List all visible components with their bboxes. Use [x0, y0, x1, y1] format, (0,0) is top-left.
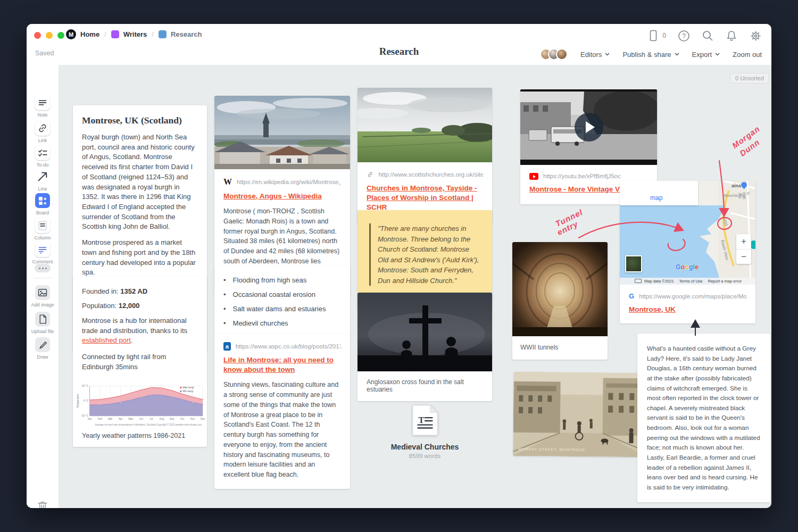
established-port-link[interactable]: established port: [82, 336, 131, 344]
close-window-button[interactable]: [34, 32, 41, 39]
note-paragraph: Montrose prospered as a market town and …: [82, 238, 198, 278]
unsorted-badge[interactable]: 0 Unsorted: [730, 73, 769, 84]
map-place-label: ains: [732, 184, 741, 188]
document-card[interactable]: T Medieval Churches 8599 words: [358, 404, 492, 459]
link-card-churches[interactable]: http://www.scottishchurches.org.uk/sites…: [358, 88, 492, 223]
todo-list-card[interactable]: Flooding from high seas Occasional coast…: [214, 266, 350, 337]
maximize-window-button[interactable]: [57, 32, 64, 39]
svg-text:5 °C: 5 °C: [83, 400, 88, 402]
satellite-view-thumbnail[interactable]: [625, 255, 642, 272]
tool-column[interactable]: Column: [27, 218, 59, 240]
publish-share-label: Publish & share: [622, 51, 671, 59]
svg-text:Dec: Dec: [201, 418, 205, 420]
map-data-label: Map data ©2021: [644, 279, 674, 284]
google-favicon: G: [629, 292, 634, 300]
link-url: https://en.wikipedia.org/wiki/Montrose,_…: [237, 179, 341, 185]
view-larger-map-link[interactable]: map: [650, 195, 662, 201]
draw-pencil-icon: [37, 339, 48, 351]
note-card-facts[interactable]: Founded in: 1352 AD Population: 12,000 M…: [73, 277, 207, 447]
churches-link[interactable]: Churches in Montrose, Tayside - Places o…: [367, 184, 483, 213]
editor-avatars[interactable]: [540, 48, 568, 60]
breadcrumb: M Home / Writers / Research: [66, 29, 202, 39]
svg-text:Apr: Apr: [119, 418, 123, 420]
board-canvas[interactable]: 0 Unsorted Montrose, UK (Scotland) Royal…: [59, 65, 771, 508]
list-item: Medievil churches: [223, 319, 341, 327]
svg-text:Feb: Feb: [98, 418, 103, 420]
terms-of-use-link[interactable]: Terms of Use: [679, 279, 703, 284]
report-map-error-link[interactable]: Report a map error: [708, 279, 742, 284]
link-description: Stunning views, fascinating culture and …: [223, 380, 341, 480]
link-icon: [37, 122, 48, 134]
map-card[interactable]: A935 Basin View N Esk Rd Brechin Rd ains…: [620, 181, 755, 323]
export-menu[interactable]: Export: [692, 51, 720, 59]
add-image-icon: [37, 287, 48, 298]
fact-founded: Founded in: 1352 AD: [82, 287, 198, 295]
list-item: Flooding from high seas: [223, 276, 341, 284]
svg-text:?: ?: [682, 32, 686, 39]
life-link[interactable]: Life in Montrose: all you need to know a…: [223, 355, 341, 375]
tool-upload-file[interactable]: Upload file: [27, 312, 59, 334]
search-icon[interactable]: [701, 29, 714, 42]
url-row: W https://en.wikipedia.org/wiki/Montrose…: [223, 177, 341, 187]
publish-share-menu[interactable]: Publish & share: [622, 51, 679, 59]
weather-chart[interactable]: JanFebMarAprMayJunJulAugSepOctNovDec20 °…: [75, 381, 205, 428]
svg-text:-10 °C: -10 °C: [81, 414, 88, 417]
editors-menu[interactable]: Editors: [580, 51, 610, 59]
help-icon[interactable]: ?: [677, 29, 690, 42]
tool-sidebar: Note Link To-do Line Board Column Commen…: [27, 65, 59, 508]
tool-draw[interactable]: Draw: [27, 337, 59, 360]
tool-line[interactable]: Line: [27, 169, 59, 192]
svg-text:Mar: Mar: [108, 418, 113, 420]
tool-comment[interactable]: Comment: [27, 242, 59, 264]
writers-board-icon: [111, 30, 119, 38]
window-controls: [34, 32, 64, 39]
column-icon: [37, 220, 48, 231]
divider: [34, 278, 51, 278]
chevron-down-icon: [715, 53, 720, 56]
tool-link[interactable]: Link: [27, 121, 59, 143]
svg-text:T: T: [418, 415, 424, 425]
breadcrumb-research[interactable]: Research: [159, 30, 202, 38]
zoom-out-label: Zoom out: [733, 51, 762, 59]
link-card-life[interactable]: a https://www.aspc.co.uk/blog/posts/2017…: [214, 334, 350, 489]
keyboard-shortcuts-icon[interactable]: [635, 279, 642, 283]
image-card-street[interactable]: MURRAY STREET, MONTROSE: [513, 372, 648, 458]
map-road-label: Brechin Rd: [724, 194, 745, 198]
app-window: M Home / Writers / Research Saved Resear…: [27, 24, 771, 508]
list-item: Occasional coastal erosion: [223, 290, 341, 298]
map-link[interactable]: Montrose, UK: [629, 305, 746, 314]
settings-gear-icon[interactable]: [749, 29, 762, 42]
google-logo: Google: [676, 264, 699, 270]
video-thumbnail[interactable]: [520, 89, 657, 165]
image-card-tunnels[interactable]: WWII tunnels: [512, 242, 608, 360]
zoom-out-button[interactable]: Zoom out: [733, 51, 762, 59]
tool-todo[interactable]: To-do: [27, 145, 59, 168]
map-zoom-in-button[interactable]: +: [736, 234, 751, 250]
document-word-count: 8599 words: [358, 453, 492, 459]
note-icon: [37, 97, 48, 109]
tool-note[interactable]: Note: [27, 95, 59, 118]
play-button-icon[interactable]: [575, 113, 603, 142]
list-item: Salt water dams and estuaries: [223, 305, 341, 313]
svg-text:Sep: Sep: [170, 418, 174, 420]
link-url: http://www.scottishchurches.org.uk/sites…: [378, 171, 483, 178]
tool-board[interactable]: Board: [27, 193, 59, 215]
more-tools-button[interactable]: [35, 264, 51, 272]
mobile-device-button[interactable]: [647, 29, 660, 42]
device-count: 0: [662, 32, 666, 39]
link-card-wikipedia[interactable]: W https://en.wikipedia.org/wiki/Montrose…: [214, 96, 350, 295]
link-favicon: [367, 170, 373, 179]
google-map-embed[interactable]: A935 Basin View N Esk Rd Brechin Rd ains…: [620, 181, 755, 285]
breadcrumb-writers[interactable]: Writers: [111, 30, 147, 38]
notifications-bell-icon[interactable]: [725, 29, 738, 42]
note-card-haunted[interactable]: What's a haunted castle without a Grey L…: [637, 334, 770, 502]
svg-text:Jul: Jul: [149, 418, 153, 420]
svg-text:Jun: Jun: [139, 418, 143, 420]
minimize-window-button[interactable]: [46, 32, 53, 39]
image-card-cross[interactable]: Anglosaxon cross found in the salt estua…: [358, 293, 492, 401]
wikipedia-link[interactable]: Montrose, Angus - Wikipedia: [223, 192, 341, 201]
tool-trash[interactable]: Trash: [27, 498, 59, 508]
breadcrumb-home[interactable]: M Home: [66, 29, 99, 39]
tool-add-image[interactable]: Add image: [27, 285, 59, 307]
map-zoom-out-button[interactable]: −: [736, 250, 751, 264]
